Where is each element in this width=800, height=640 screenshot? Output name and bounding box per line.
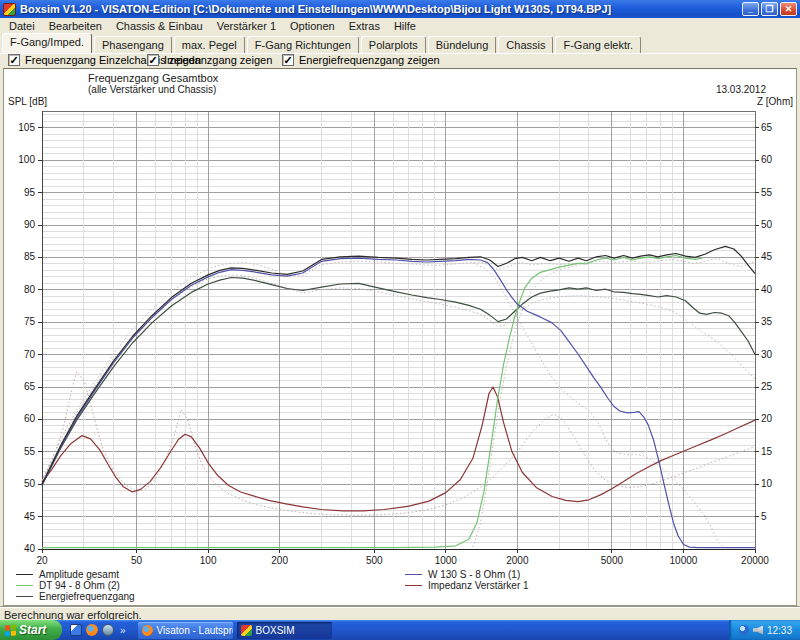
checkbox-label: Energiefrequenzgang zeigen [299,54,440,66]
legend-line-swatch [16,596,33,597]
legend-line-swatch [16,585,33,586]
tab-chassis[interactable]: Chassis [498,36,553,53]
tab-f-gang-richtungen[interactable]: F-Gang Richtungen [247,36,359,53]
checkbox-row: ✓Frequenzgang Einzelchassis zeigen✓Imped… [0,54,800,68]
tray-icon-1[interactable] [739,625,749,635]
menu-item-optionen[interactable]: Optionen [283,19,342,33]
start-button[interactable]: Start [0,620,62,640]
y-tick-label-right: 5 [761,511,767,522]
x-tick-label: 20000 [741,555,769,566]
system-tray: 12:33 [729,620,800,640]
curve-amplitude-gesamt [42,246,755,484]
menu-item-bearbeiten[interactable]: Bearbeiten [42,19,109,33]
y-tick-label-right: 15 [761,446,773,457]
legend-item-w-130-s-8-ohm-1: W 130 S - 8 Ohm (1) [405,569,520,580]
y-tick-label-left: 105 [18,122,35,133]
chart-panel: Frequenzgang Gesamtbox (alle Verstärker … [3,68,797,606]
y-tick-label-right: 40 [761,284,773,295]
legend-line-swatch [16,574,33,575]
menu-item-datei[interactable]: Datei [2,19,42,33]
checkbox-box[interactable]: ✓ [8,54,20,66]
taskbar-clock: 12:33 [767,625,792,636]
legend-label: W 130 S - 8 Ohm (1) [428,569,520,580]
tab-strip: F-Gang/Imped.Phasengangmax. PegelF-Gang … [0,34,800,54]
chevron-icon[interactable]: » [118,625,128,636]
task-button-label: Visaton - Lautspreche... [157,625,233,636]
start-label: Start [19,623,46,637]
y-tick-label-left: 95 [24,187,36,198]
taskbar: Start » Visaton - Lautspreche...BOXSIM 1… [0,620,800,640]
legend-line-swatch [405,585,422,586]
x-tick-label: 20 [36,555,48,566]
menu-item-verstärker-1[interactable]: Verstärker 1 [210,19,283,33]
y-tick-label-left: 75 [24,316,36,327]
y-tick-label-left: 40 [24,543,36,554]
x-tick-label: 1000 [435,555,458,566]
checkbox-impedanzgang-zeigen[interactable]: ✓Impedanzgang zeigen [147,54,272,66]
x-tick-label: 10000 [670,555,698,566]
legend-label: Impedanz Verstärker 1 [428,580,529,591]
curve-energiefrequenzgang [42,278,755,486]
frequency-response-plot: 4045505560657075808590951001055101520253… [4,69,796,605]
y-tick-label-right: 65 [761,122,773,133]
curve-w-130-s-8-ohm-1 [42,258,755,548]
checkbox-energiefrequenzgang-zeigen[interactable]: ✓Energiefrequenzgang zeigen [282,54,440,66]
y-tick-label-right: 60 [761,154,773,165]
y-tick-label-right: 50 [761,219,773,230]
tab-f-gang-elektr[interactable]: F-Gang elektr. [555,36,641,53]
x-tick-label: 50 [131,555,143,566]
menu-item-extras[interactable]: Extras [342,19,387,33]
x-tick-label: 100 [200,555,217,566]
legend-item-dt-94-8-ohm-2: DT 94 - 8 Ohm (2) [16,580,120,591]
y-tick-label-right: 45 [761,251,773,262]
windows-flag-icon [5,624,16,636]
tray-speaker-icon[interactable] [753,626,763,635]
app-icon [3,3,16,16]
y-tick-label-right: 35 [761,316,773,327]
legend-item-impedanz-verstärker-1: Impedanz Verstärker 1 [405,580,529,591]
y-tick-label-left: 70 [24,349,36,360]
tab-f-gang-imped[interactable]: F-Gang/Imped. [2,33,92,53]
legend-item-energiefrequenzgang: Energiefrequenzgang [16,591,135,602]
boxsim-icon [241,625,252,636]
quick-launch-icon-3[interactable] [102,624,114,636]
x-tick-label: 200 [271,555,288,566]
y-tick-label-left: 60 [24,413,36,424]
legend-label: Energiefrequenzgang [39,591,135,602]
y-tick-label-left: 85 [24,251,36,262]
task-button-label: BOXSIM [256,625,295,636]
title-bar: Boxsim V1.20 - VISATON-Edition [C:\Dokum… [0,0,800,18]
y-tick-label-left: 55 [24,446,36,457]
legend-item-amplitude-gesamt: Amplitude gesamt [16,569,119,580]
quick-launch: » [62,624,134,636]
menu-item-chassis-einbau[interactable]: Chassis & Einbau [109,19,210,33]
tab-phasengang[interactable]: Phasengang [94,36,172,53]
y-tick-label-left: 90 [24,219,36,230]
y-tick-label-left: 45 [24,511,36,522]
status-bar: Berechnung war erfolgreich. [0,607,800,621]
task-button-boxsim[interactable]: BOXSIM [237,622,332,639]
y-tick-label-right: 55 [761,187,773,198]
task-button-visaton-lautspreche[interactable]: Visaton - Lautspreche... [138,622,233,639]
menu-bar: DateiBearbeitenChassis & EinbauVerstärke… [0,18,800,34]
close-button[interactable]: ✕ [780,2,797,16]
x-tick-label: 500 [366,555,383,566]
tab-bündelung[interactable]: Bündelung [428,36,497,53]
firefox-icon[interactable] [86,624,98,636]
y-tick-label-left: 50 [24,478,36,489]
checkbox-box[interactable]: ✓ [147,54,159,66]
tab-polarplots[interactable]: Polarplots [361,36,426,53]
checkbox-box[interactable]: ✓ [282,54,294,66]
restore-button[interactable]: ❐ [761,2,778,16]
checkbox-label: Impedanzgang zeigen [164,54,272,66]
y-tick-label-right: 20 [761,413,773,424]
y-tick-label-right: 25 [761,381,773,392]
legend-label: DT 94 - 8 Ohm (2) [39,580,120,591]
minimize-button[interactable]: _ [742,2,759,16]
y-tick-label-right: 30 [761,349,773,360]
quick-launch-icon-1[interactable] [70,624,82,636]
y-tick-label-left: 80 [24,284,36,295]
y-tick-label-left: 100 [18,154,35,165]
tab-max-pegel[interactable]: max. Pegel [174,36,245,53]
menu-item-hilfe[interactable]: Hilfe [387,19,423,33]
